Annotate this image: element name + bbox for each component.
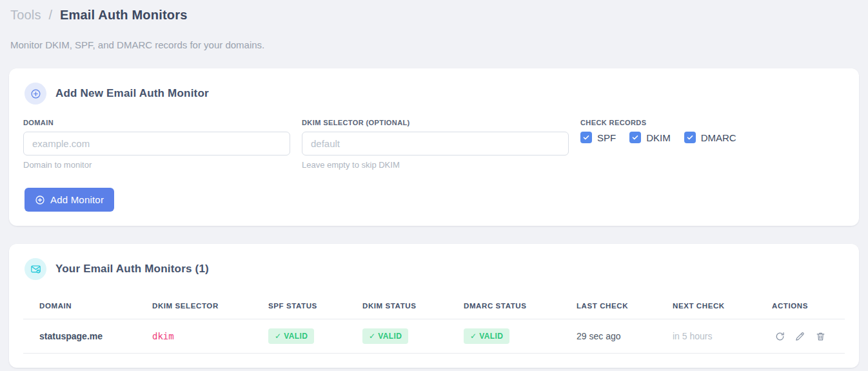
- spf-status-badge: ✓ VALID: [268, 328, 314, 344]
- column-header-dmarc-status: DMARC STATUS: [464, 294, 577, 319]
- add-monitor-card: Add New Email Auth Monitor DOMAIN Domain…: [9, 68, 859, 226]
- refresh-button[interactable]: [772, 328, 787, 344]
- domain-field-group: DOMAIN Domain to monitor: [23, 119, 290, 170]
- column-header-last-check: LAST CHECK: [577, 294, 673, 319]
- envelope-check-icon: [25, 258, 46, 280]
- add-monitor-button[interactable]: Add Monitor: [25, 188, 114, 212]
- plus-circle-icon: [35, 195, 45, 205]
- breadcrumb: Tools / Email Auth Monitors: [9, 8, 859, 23]
- checkbox-checked-icon: [580, 132, 592, 143]
- monitor-domain: statuspage.me: [23, 319, 152, 354]
- monitor-next-check: in 5 hours: [673, 319, 772, 354]
- checkbox-dkim[interactable]: DKIM: [629, 132, 671, 143]
- dkim-selector-field-group: DKIM SELECTOR (OPTIONAL) Leave empty to …: [302, 119, 569, 170]
- dkim-status-badge: ✓ VALID: [362, 328, 408, 344]
- page-title: Email Auth Monitors: [60, 8, 188, 22]
- monitors-card: Your Email Auth Monitors (1) DOMAIN DKIM…: [9, 244, 859, 368]
- checkbox-checked-icon: [684, 132, 696, 143]
- column-header-actions: ACTIONS: [772, 294, 845, 319]
- checkbox-checked-icon: [629, 132, 641, 143]
- table-header-row: DOMAIN DKIM SELECTOR SPF STATUS DKIM STA…: [23, 294, 845, 319]
- checkbox-spf-label: SPF: [597, 132, 616, 143]
- checkbox-dkim-label: DKIM: [646, 132, 671, 143]
- column-header-domain: DOMAIN: [23, 294, 152, 319]
- checkbox-spf[interactable]: SPF: [580, 132, 616, 143]
- column-header-spf-status: SPF STATUS: [268, 294, 362, 319]
- monitor-last-check: 29 sec ago: [577, 319, 673, 354]
- trash-icon: [815, 331, 826, 342]
- check-records-label: CHECK RECORDS: [580, 119, 736, 126]
- page-subtitle: Monitor DKIM, SPF, and DMARC records for…: [9, 39, 859, 50]
- dkim-selector-field-label: DKIM SELECTOR (OPTIONAL): [302, 119, 569, 126]
- domain-field-label: DOMAIN: [23, 119, 290, 126]
- monitors-card-header: Your Email Auth Monitors (1): [23, 258, 845, 280]
- column-header-dkim-selector: DKIM SELECTOR: [152, 294, 268, 319]
- edit-button[interactable]: [793, 328, 808, 344]
- breadcrumb-tools-link[interactable]: Tools: [10, 8, 41, 22]
- monitor-dkim-selector: dkim: [152, 319, 268, 354]
- breadcrumb-separator: /: [48, 8, 52, 22]
- check-records-options: SPF DKIM DMARC: [580, 132, 736, 143]
- column-header-next-check: NEXT CHECK: [673, 294, 772, 319]
- dkim-selector-input[interactable]: [302, 132, 569, 155]
- add-monitor-form: DOMAIN Domain to monitor DKIM SELECTOR (…: [23, 119, 845, 170]
- delete-button[interactable]: [813, 328, 829, 344]
- checkbox-dmarc-label: DMARC: [701, 132, 736, 143]
- domain-input[interactable]: [23, 132, 290, 155]
- plus-circle-icon: [25, 83, 46, 105]
- dkim-selector-field-hint: Leave empty to skip DKIM: [302, 160, 569, 170]
- domain-field-hint: Domain to monitor: [23, 160, 290, 170]
- check-records-group: CHECK RECORDS SPF DKIM: [580, 119, 736, 143]
- monitors-card-title: Your Email Auth Monitors (1): [55, 263, 209, 276]
- add-monitor-card-header: Add New Email Auth Monitor: [23, 83, 845, 105]
- column-header-dkim-status: DKIM STATUS: [362, 294, 464, 319]
- dmarc-status-badge: ✓ VALID: [464, 328, 509, 344]
- checkbox-dmarc[interactable]: DMARC: [684, 132, 736, 143]
- table-row: statuspage.me dkim ✓ VALID ✓ VALID ✓ VAL…: [23, 319, 845, 354]
- add-monitor-card-title: Add New Email Auth Monitor: [55, 87, 209, 100]
- add-monitor-button-label: Add Monitor: [50, 194, 104, 205]
- refresh-icon: [774, 331, 785, 342]
- page: Tools / Email Auth Monitors Monitor DKIM…: [0, 0, 868, 368]
- monitors-table: DOMAIN DKIM SELECTOR SPF STATUS DKIM STA…: [23, 294, 845, 354]
- pencil-icon: [794, 331, 805, 342]
